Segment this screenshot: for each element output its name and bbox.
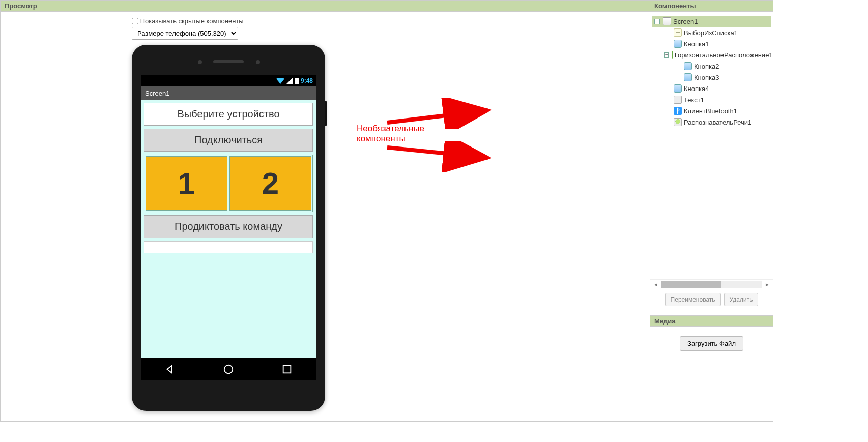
tree-node-button4[interactable]: Кнопка4 — [652, 83, 771, 94]
button-icon — [684, 73, 692, 81]
svg-point-2 — [224, 365, 233, 374]
tree-label: Кнопка3 — [694, 74, 719, 81]
phone-speaker — [213, 60, 244, 63]
tree-label: Текст1 — [684, 96, 704, 104]
components-header: Компоненты — [650, 1, 773, 12]
screen-icon — [663, 17, 671, 25]
viewer-header: Просмотр — [1, 1, 650, 12]
svg-line-4 — [387, 110, 488, 123]
battery-icon — [295, 78, 299, 84]
phone-size-select[interactable]: Размере телефона (505,320) — [132, 27, 238, 40]
big-button-1[interactable]: 1 — [146, 156, 227, 211]
tree-label: ВыборИзСписка1 — [684, 29, 738, 37]
viewer-panel: Просмотр Показывать скрытые компоненты Р… — [0, 0, 650, 422]
tree-node-text1[interactable]: Текст1 — [652, 94, 771, 105]
textbox-icon — [674, 96, 682, 104]
delete-button[interactable]: Удалить — [724, 293, 759, 306]
show-hidden-label: Показывать скрытые компоненты — [140, 17, 244, 25]
collapse-icon[interactable]: − — [654, 19, 660, 24]
tree-label: ГоризонтальноеРасположение1 — [675, 51, 773, 59]
bluetooth-icon — [674, 107, 682, 115]
upload-file-button[interactable]: Загрузить Файл — [680, 336, 743, 351]
svg-line-5 — [387, 148, 488, 158]
android-nav-bar — [141, 358, 316, 380]
tree-node-screen1[interactable]: − Screen1 — [652, 16, 771, 27]
tree-node-listpicker1[interactable]: ВыборИзСписка1 — [652, 27, 771, 38]
tree-node-hlayout1[interactable]: − ГоризонтальноеРасположение1 — [652, 49, 771, 61]
tree-label: Кнопка4 — [684, 85, 709, 93]
phone-screen: 9:48 Screen1 Выберите устройство Подключ… — [141, 75, 316, 380]
phone-sensor-dot — [198, 60, 202, 64]
tree-label: Screen1 — [673, 18, 698, 25]
button-icon — [674, 40, 682, 48]
big-button-2[interactable]: 2 — [229, 156, 311, 211]
annotation-arrow-top — [357, 98, 494, 129]
show-hidden-checkbox[interactable] — [132, 18, 138, 24]
rename-button[interactable]: Переименовать — [665, 293, 721, 306]
signal-icon — [286, 78, 293, 84]
microphone-icon — [674, 118, 682, 126]
status-bar: 9:48 — [141, 75, 316, 86]
tree-horizontal-scrollbar[interactable]: ◄ ► — [650, 279, 773, 289]
components-panel: Компоненты − Screen1 ВыборИзСписка1 Кноп… — [650, 0, 773, 422]
media-header: Медиа — [650, 315, 773, 327]
button-icon — [674, 84, 682, 93]
tree-label: Кнопка1 — [684, 40, 709, 48]
tree-node-speech1[interactable]: РаспознавательРечи1 — [652, 116, 771, 128]
app-title-bar: Screen1 — [141, 86, 316, 100]
listpicker-icon — [674, 28, 682, 37]
status-time: 9:48 — [301, 77, 313, 84]
collapse-icon[interactable]: − — [664, 52, 669, 58]
tree-node-button1[interactable]: Кнопка1 — [652, 38, 771, 49]
horizontal-layout: 1 2 — [144, 155, 313, 212]
svg-rect-3 — [283, 366, 291, 373]
scroll-right-arrow[interactable]: ► — [764, 282, 771, 287]
tree-node-btclient1[interactable]: КлиентBluetooth1 — [652, 105, 771, 116]
tree-node-button3[interactable]: Кнопка3 — [652, 72, 771, 83]
dictate-button[interactable]: Продиктовать команду — [144, 215, 313, 238]
annotation-arrow-bottom — [357, 141, 494, 172]
home-icon[interactable] — [223, 364, 234, 375]
recent-icon[interactable] — [281, 364, 293, 375]
connect-button[interactable]: Подключиться — [144, 129, 313, 152]
phone-power-button — [325, 101, 327, 126]
wifi-icon — [276, 78, 284, 84]
svg-rect-1 — [296, 78, 298, 78]
result-textbox[interactable] — [144, 241, 313, 253]
component-tree: − Screen1 ВыборИзСписка1 Кнопка1 − Гориз… — [650, 12, 773, 279]
layout-icon — [672, 51, 673, 59]
svg-rect-0 — [295, 78, 299, 84]
button-icon — [684, 62, 692, 70]
tree-label: РаспознавательРечи1 — [684, 119, 751, 126]
device-listpicker[interactable]: Выберите устройство — [144, 103, 313, 126]
scroll-left-arrow[interactable]: ◄ — [652, 282, 659, 287]
phone-camera-dot — [256, 60, 260, 64]
back-icon[interactable] — [164, 364, 176, 375]
phone-mockup: 9:48 Screen1 Выберите устройство Подключ… — [132, 45, 325, 411]
tree-label: КлиентBluetooth1 — [684, 107, 737, 115]
tree-label: Кнопка2 — [694, 63, 719, 70]
tree-node-button2[interactable]: Кнопка2 — [652, 61, 771, 72]
